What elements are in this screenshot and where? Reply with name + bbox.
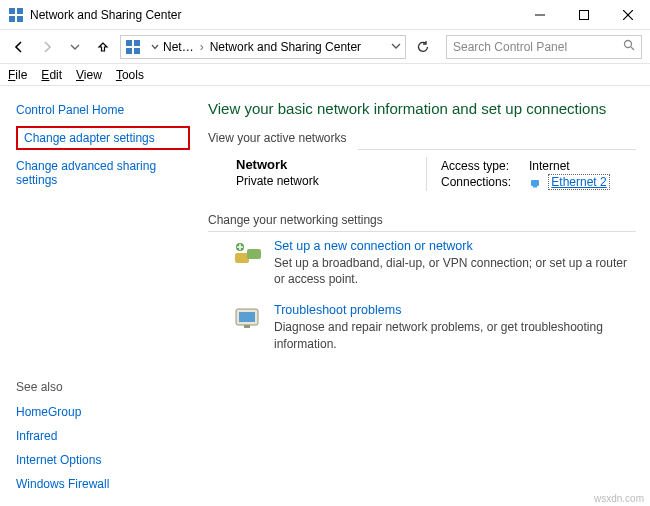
svg-point-12 bbox=[625, 41, 632, 48]
see-also-homegroup[interactable]: HomeGroup bbox=[16, 405, 190, 419]
forward-button[interactable] bbox=[36, 36, 58, 58]
see-also-internet-options[interactable]: Internet Options bbox=[16, 453, 190, 467]
task-troubleshoot: Troubleshoot problems Diagnose and repai… bbox=[232, 303, 636, 351]
toolbar: Net… › Network and Sharing Center Search… bbox=[0, 30, 650, 64]
svg-rect-16 bbox=[235, 253, 249, 263]
access-type-label: Access type: bbox=[441, 159, 529, 173]
svg-rect-20 bbox=[239, 312, 255, 322]
menubar: File Edit View Tools bbox=[0, 64, 650, 86]
connection-link[interactable]: Ethernet 2 bbox=[548, 174, 609, 190]
networking-settings-heading: Change your networking settings bbox=[208, 213, 636, 229]
search-placeholder: Search Control Panel bbox=[453, 40, 623, 54]
network-details: Access type: Internet Connections: Ether… bbox=[426, 157, 610, 191]
close-button[interactable] bbox=[606, 0, 650, 30]
svg-rect-5 bbox=[580, 10, 589, 19]
svg-rect-14 bbox=[531, 180, 539, 186]
svg-rect-10 bbox=[126, 48, 132, 54]
watermark: wsxdn.com bbox=[594, 493, 644, 504]
address-bar[interactable]: Net… › Network and Sharing Center bbox=[120, 35, 406, 59]
task-new-connection: Set up a new connection or network Set u… bbox=[232, 239, 636, 287]
task-new-connection-link[interactable]: Set up a new connection or network bbox=[274, 239, 634, 253]
back-button[interactable] bbox=[8, 36, 30, 58]
sidebar: Control Panel Home Change adapter settin… bbox=[0, 86, 200, 506]
task-new-connection-desc: Set up a broadband, dial-up, or VPN conn… bbox=[274, 255, 634, 287]
see-also-heading: See also bbox=[16, 380, 190, 394]
svg-rect-1 bbox=[17, 8, 23, 14]
highlight-annotation: Change adapter settings bbox=[16, 126, 190, 150]
task-troubleshoot-link[interactable]: Troubleshoot problems bbox=[274, 303, 634, 317]
titlebar: Network and Sharing Center bbox=[0, 0, 650, 30]
page-title: View your basic network information and … bbox=[208, 100, 636, 117]
see-also-infrared[interactable]: Infrared bbox=[16, 429, 190, 443]
task-troubleshoot-desc: Diagnose and repair network problems, or… bbox=[274, 319, 634, 351]
window-title: Network and Sharing Center bbox=[30, 8, 518, 22]
menu-edit[interactable]: Edit bbox=[41, 68, 62, 82]
troubleshoot-icon bbox=[232, 303, 264, 335]
menu-file[interactable]: File bbox=[8, 68, 27, 82]
svg-rect-3 bbox=[17, 16, 23, 22]
search-icon bbox=[623, 39, 635, 54]
svg-rect-0 bbox=[9, 8, 15, 14]
active-network-box: Network Private network Access type: Int… bbox=[236, 157, 636, 191]
new-connection-icon bbox=[232, 239, 264, 271]
main-area: Control Panel Home Change adapter settin… bbox=[0, 86, 650, 506]
svg-rect-9 bbox=[134, 40, 140, 46]
svg-rect-11 bbox=[134, 48, 140, 54]
breadcrumb-segment[interactable]: Network and Sharing Center bbox=[210, 40, 361, 54]
access-type-value: Internet bbox=[529, 159, 570, 173]
sidebar-control-panel-home[interactable]: Control Panel Home bbox=[16, 103, 190, 117]
address-dropdown-icon[interactable] bbox=[391, 40, 401, 54]
maximize-button[interactable] bbox=[562, 0, 606, 30]
ethernet-icon bbox=[529, 177, 541, 189]
connections-label: Connections: bbox=[441, 175, 529, 189]
see-also-windows-firewall[interactable]: Windows Firewall bbox=[16, 477, 190, 491]
sidebar-change-advanced-sharing[interactable]: Change advanced sharing settings bbox=[16, 159, 190, 187]
recent-locations-dropdown[interactable] bbox=[64, 36, 86, 58]
chevron-right-icon: › bbox=[198, 40, 206, 54]
menu-tools[interactable]: Tools bbox=[116, 68, 144, 82]
breadcrumb-segment[interactable]: Net… bbox=[163, 40, 194, 54]
refresh-button[interactable] bbox=[412, 36, 434, 58]
svg-rect-2 bbox=[9, 16, 15, 22]
menu-view[interactable]: View bbox=[76, 68, 102, 82]
network-sharing-icon bbox=[125, 39, 141, 55]
svg-line-13 bbox=[631, 47, 634, 50]
active-networks-heading: View your active networks bbox=[208, 131, 636, 147]
svg-rect-17 bbox=[247, 249, 261, 259]
svg-rect-21 bbox=[244, 325, 250, 328]
network-sharing-icon bbox=[8, 7, 24, 23]
up-button[interactable] bbox=[92, 36, 114, 58]
svg-rect-8 bbox=[126, 40, 132, 46]
svg-rect-15 bbox=[533, 186, 537, 188]
breadcrumb-dropdown-icon[interactable] bbox=[151, 40, 159, 54]
search-box[interactable]: Search Control Panel bbox=[446, 35, 642, 59]
sidebar-change-adapter-settings[interactable]: Change adapter settings bbox=[24, 131, 182, 145]
window-buttons bbox=[518, 0, 650, 30]
content: View your basic network information and … bbox=[200, 86, 650, 506]
minimize-button[interactable] bbox=[518, 0, 562, 30]
network-type: Private network bbox=[236, 174, 426, 188]
network-name: Network bbox=[236, 157, 426, 172]
network-identity: Network Private network bbox=[236, 157, 426, 191]
